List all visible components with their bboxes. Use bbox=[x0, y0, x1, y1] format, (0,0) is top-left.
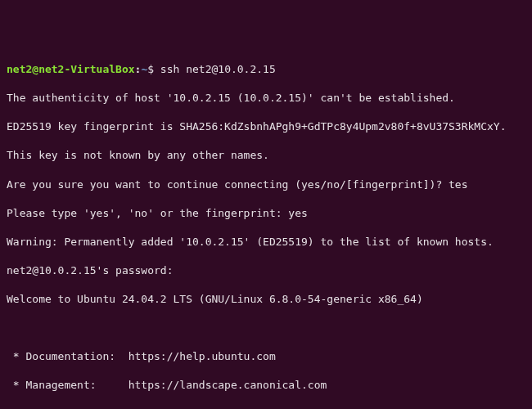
output-line: * Documentation: https://help.ubuntu.com bbox=[7, 349, 525, 364]
blank-line bbox=[7, 321, 525, 335]
command-text: ssh net2@10.0.2.15 bbox=[160, 63, 276, 75]
prompt-dollar: $ bbox=[147, 63, 160, 75]
prompt-host: net2-VirtualBox bbox=[38, 63, 134, 75]
output-line: * Management: https://landscape.canonica… bbox=[7, 378, 525, 393]
output-line: Welcome to Ubuntu 24.04.2 LTS (GNU/Linux… bbox=[7, 292, 525, 307]
prompt-line[interactable]: net2@net2-VirtualBox:~$ ssh net2@10.0.2.… bbox=[7, 62, 525, 77]
output-line: ED25519 key fingerprint is SHA256:KdZsbn… bbox=[7, 119, 525, 134]
output-line: This key is not known by any other names… bbox=[7, 148, 525, 163]
output-line: Please type 'yes', 'no' or the fingerpri… bbox=[7, 206, 525, 221]
prompt-user: net2 bbox=[7, 63, 32, 75]
prompt-at: @ bbox=[32, 63, 38, 75]
output-line: The authenticity of host '10.0.2.15 (10.… bbox=[7, 91, 525, 106]
output-line: Warning: Permanently added '10.0.2.15' (… bbox=[7, 235, 525, 249]
output-line: net2@10.0.2.15's password: bbox=[7, 263, 525, 278]
output-line: Are you sure you want to continue connec… bbox=[7, 178, 525, 192]
